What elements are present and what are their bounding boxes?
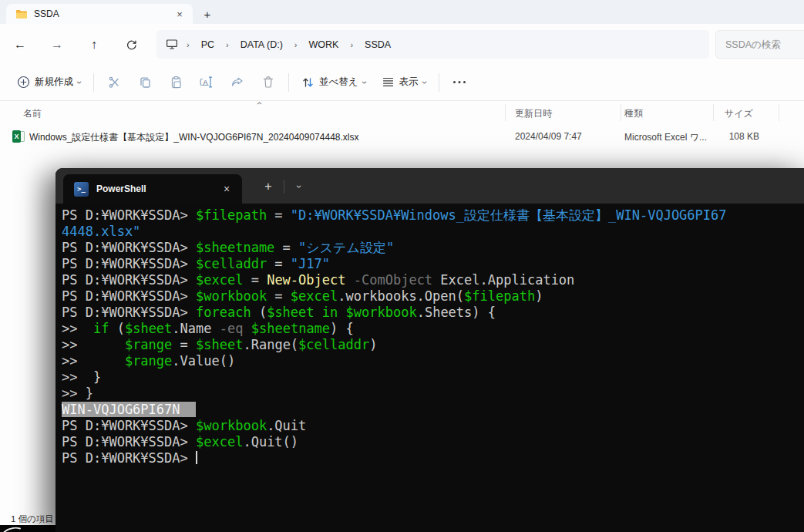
terminal-line: >> if ($sheet.Name -eq $sheetname) { <box>62 321 804 337</box>
explorer-tab-title: SSDA <box>34 8 167 19</box>
more-options-button[interactable] <box>444 69 475 96</box>
file-name: Windows_設定仕様書【基本設定】_WIN-VQJOG6PI67N_2024… <box>29 131 359 144</box>
terminal-text-segment: WIN-VQJOG6PI67N <box>62 402 196 417</box>
terminal-line: PS D:¥WORK¥SSDA> $workbook = $excel.work… <box>62 288 804 305</box>
new-tab-button[interactable]: + <box>199 5 216 22</box>
up-button[interactable]: ↑ <box>83 34 105 56</box>
breadcrumb-item-drive[interactable]: DATA (D:) <box>237 38 286 52</box>
folder-icon <box>15 9 28 19</box>
terminal-line: PS D:¥WORK¥SSDA> $sheetname = "システム設定" <box>62 240 804 256</box>
view-button[interactable]: 表示 › <box>374 69 434 96</box>
view-icon <box>382 76 395 88</box>
terminal-line: 4448.xlsx" <box>62 224 804 240</box>
terminal-text-segment: PS D:¥WORK¥SSDA> <box>62 305 196 320</box>
terminal-text-segment <box>338 305 345 320</box>
breadcrumb-chevron-icon: › <box>224 40 230 49</box>
terminal-line: PS D:¥WORK¥SSDA> $excel.Quit() <box>62 434 804 450</box>
terminal-text-segment: $excel <box>196 434 243 450</box>
terminal-text-segment: .Quit() <box>243 434 298 450</box>
search-input[interactable] <box>715 30 804 59</box>
terminal-text-segment: $celladdr <box>196 256 267 271</box>
excel-file-icon: X <box>12 130 25 143</box>
toolbar-divider <box>288 73 289 92</box>
terminal-text-segment: "D:¥WORK¥SSDA¥Windows_設定仕様書【基本設定】_WIN-VQ… <box>291 207 727 223</box>
column-header-modified[interactable]: 更新日時 <box>515 107 552 120</box>
copy-button[interactable] <box>130 69 160 96</box>
cut-button[interactable] <box>99 69 130 96</box>
chevron-down-icon: › <box>294 185 304 188</box>
terminal-text-segment: Excel.Application <box>432 272 574 288</box>
terminal-text-segment: "システム設定" <box>298 240 394 255</box>
terminal-text-segment: ) { <box>330 321 354 336</box>
rename-icon: A <box>200 76 214 89</box>
terminal-text-segment: $filepath <box>196 207 267 223</box>
terminal-line: PS D:¥WORK¥SSDA> $workbook.Quit <box>62 418 804 434</box>
terminal-text-segment: $workbook <box>196 288 267 304</box>
terminal-text-segment: PS D:¥WORK¥SSDA> <box>62 288 196 304</box>
cut-icon <box>108 76 121 89</box>
terminal-text-segment: >> <box>62 321 93 336</box>
breadcrumb-item-work[interactable]: WORK <box>305 38 341 52</box>
column-header-type[interactable]: 種類 <box>624 107 643 120</box>
terminal-tab[interactable]: >_ PowerShell × <box>63 174 242 204</box>
terminal-text-segment: PS D:¥WORK¥SSDA> <box>62 418 196 433</box>
chevron-down-icon: › <box>360 81 369 84</box>
column-divider[interactable] <box>779 104 779 121</box>
terminal-text-segment: $range <box>125 353 172 369</box>
terminal-text-segment: PS D:¥WORK¥SSDA> <box>62 256 196 271</box>
chevron-down-icon: › <box>420 81 429 84</box>
column-divider[interactable] <box>713 104 714 121</box>
terminal-text-segment: = <box>267 288 291 304</box>
paste-icon <box>170 76 183 89</box>
sort-button[interactable]: 並べ替え › <box>294 69 374 96</box>
terminal-text-segment: $sheet <box>125 321 172 336</box>
terminal-text-segment: $celladdr <box>298 337 369 352</box>
terminal-line: >> } <box>62 386 804 402</box>
terminal-title-bar[interactable]: >_ PowerShell × + › <box>56 168 804 204</box>
tab-close-icon[interactable]: × <box>173 7 187 21</box>
terminal-text-segment: foreach <box>196 305 251 320</box>
delete-button[interactable] <box>253 69 284 96</box>
terminal-text-segment: $sheet <box>196 337 243 352</box>
share-icon <box>230 76 244 89</box>
terminal-line: WIN-VQJOG6PI67N <box>62 402 804 418</box>
terminal-text-segment: $filepath <box>464 288 535 304</box>
ellipsis-icon <box>452 80 466 84</box>
back-button[interactable]: ← <box>9 34 31 56</box>
terminal-line: >> } <box>62 369 804 386</box>
plus-circle-icon <box>17 76 30 89</box>
terminal-text-segment: PS D:¥WORK¥SSDA> <box>62 207 196 223</box>
terminal-text-segment: $workbook <box>346 305 417 320</box>
terminal-text-segment: >> } <box>62 386 93 401</box>
terminal-tab-close-icon[interactable]: × <box>219 181 234 197</box>
explorer-tab[interactable]: SSDA × <box>6 4 193 24</box>
paste-button[interactable] <box>160 69 191 96</box>
terminal-text-segment: >> <box>62 353 125 369</box>
column-header-name[interactable]: 名前 <box>23 107 42 120</box>
forward-button[interactable]: → <box>46 34 68 56</box>
column-header-size[interactable]: サイズ <box>725 107 753 120</box>
terminal-text-segment: PS D:¥WORK¥SSDA> <box>62 450 196 466</box>
rename-button[interactable]: A <box>191 69 222 96</box>
breadcrumb-item-pc[interactable]: PC <box>198 38 217 52</box>
terminal-dropdown-button[interactable]: › <box>290 179 308 194</box>
terminal-text-segment: .Quit <box>267 418 306 433</box>
refresh-button[interactable] <box>120 34 142 56</box>
terminal-line: >> $range = $sheet.Range($celladdr) <box>62 337 804 353</box>
breadcrumb-item-ssda[interactable]: SSDA <box>362 38 394 52</box>
new-item-button[interactable]: 新規作成 › <box>9 69 89 96</box>
item-count: 1 個の項目 <box>11 513 54 525</box>
column-divider[interactable] <box>505 104 506 121</box>
file-row[interactable]: X Windows_設定仕様書【基本設定】_WIN-VQJOG6PI67N_20… <box>6 126 785 147</box>
terminal-text-segment: = <box>172 337 196 352</box>
column-divider[interactable] <box>621 104 621 121</box>
terminal-text-segment: if <box>93 321 109 336</box>
terminal-text-segment: -ComObject <box>354 272 432 288</box>
terminal-line: PS D:¥WORK¥SSDA> $filepath = "D:¥WORK¥SS… <box>62 207 804 224</box>
terminal-output[interactable]: PS D:¥WORK¥SSDA> $filepath = "D:¥WORK¥SS… <box>56 204 804 532</box>
terminal-new-tab-button[interactable]: + <box>257 177 279 196</box>
terminal-text-segment <box>346 272 354 288</box>
terminal-text-segment <box>315 305 322 320</box>
breadcrumb-chevron-icon: › <box>185 40 191 49</box>
share-button[interactable] <box>222 69 253 96</box>
